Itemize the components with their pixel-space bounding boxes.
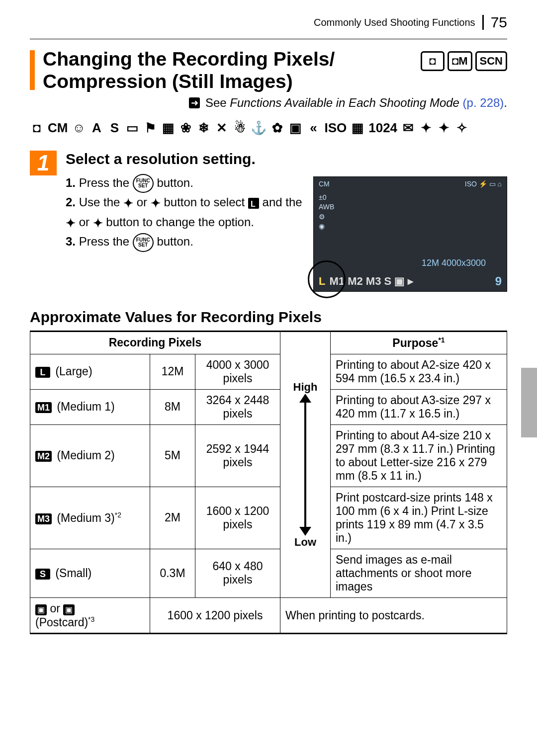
mode-icon: ❄ [197,121,211,136]
quality-high-label: High [285,381,325,394]
lcd-side-icons: ±0 AWB ⚙︎ ◉ [314,191,507,232]
lcd-size-selector: L M1 M2 M3 S ▣ ▸ 9 [314,271,507,291]
table-row: L (Large) 12M 4000 x 3000 pixels Printin… [30,354,507,389]
table-row: M3 (Medium 3)*2 2M 1600 x 1200 pixels Pr… [30,487,507,549]
step-text: Press the [79,176,133,189]
col-header-purpose: Purpose*1 [331,332,507,354]
lcd-shots-remaining: 9 [495,274,502,288]
step-text: button to change the option. [106,215,254,229]
size-name: (Medium 1) [57,400,114,413]
megapixels: 0.3M [150,549,195,597]
running-head: Commonly Used Shooting Functions 75 [30,15,507,30]
mode-badge-camera-m-icon: ◘M [448,51,472,71]
divider [30,39,507,39]
section-title: Changing the Recording Pixels/ Compressi… [43,48,413,93]
lcd-status-icons: ISO ⚡ ▭ ⌂ [465,180,502,188]
purpose-text: Printing to about A3-size 297 x 420 mm (… [331,389,507,424]
mode-badge-camera-icon: ◘ [421,51,445,71]
table-row-postcard: ▣ or ▣ (Postcard)*3 1600 x 1200 pixels W… [30,597,507,633]
step-instructions: 1. Press the FUNCSET button. 2. Use the … [66,173,304,252]
mode-icon: ✕ [215,121,229,136]
mode-icon: ✧ [455,121,469,136]
footnote-ref: *2 [115,511,121,519]
up-arrow-icon: ✦ [123,194,133,212]
size-name: (Medium 2) [57,449,114,462]
step-item-number: 1. [66,176,76,189]
mode-icon: ▦ [351,121,364,136]
lcd-size-selected: L [319,275,325,288]
col-header-recording-pixels: Recording Pixels [30,332,280,354]
step-text: button to select [164,195,248,209]
size-M3-icon: M3 [35,513,52,524]
size-name: (Large) [55,365,92,378]
mode-badges: ◘ ◘M SCN [421,51,507,71]
postcard-icon-b: ▣ [63,604,75,615]
mode-icon: ▭ [125,121,139,136]
step-text: and the [263,195,302,209]
size-M2-icon: M2 [35,451,52,462]
purpose-text: When printing to postcards. [280,597,507,633]
see-page-link[interactable]: (p. 228) [463,96,504,109]
right-arrow-icon: ✦ [93,214,103,232]
size-L-icon: L [35,367,50,378]
step-text: or [137,195,151,209]
step-item-number: 2. [66,195,76,209]
pixel-dimensions: 3264 x 2448 pixels [195,389,280,424]
mode-icon: « [306,121,320,136]
size-name: (Small) [55,567,91,580]
see-suffix: . [504,96,507,109]
see-arrow-icon: ➜ [189,97,200,108]
mode-icon: ISO [324,121,347,136]
step-text: button. [157,235,193,248]
arrow-up-icon [299,394,311,403]
pixel-dimensions: 1600 x 1200 pixels [150,597,280,633]
running-head-text: Commonly Used Shooting Functions [314,17,475,28]
mode-icon: A [90,121,103,136]
megapixels: 8M [150,389,195,424]
see-text: Functions Available in Each Shooting Mod… [230,96,459,109]
lcd-resolution-info: 12M 4000x3000 [422,258,486,268]
table-heading: Approximate Values for Recording Pixels [30,309,507,326]
lcd-mode-label: CM [319,180,330,188]
quality-low-label: Low [285,536,325,549]
size-S-icon: S [35,569,50,580]
pixel-dimensions: 640 x 480 pixels [195,549,280,597]
title-accent-bar [30,50,35,90]
pixel-dimensions: 1600 x 1200 pixels [195,487,280,549]
step-1-block: 1 Select a resolution setting. 1. Press … [30,151,507,292]
table-row: S (Small) 0.3M 640 x 480 pixels Send ima… [30,549,507,597]
step-item-number: 3. [66,235,76,248]
purpose-text: Print postcard-size prints 148 x 100 mm … [331,487,507,549]
table-row: M1 (Medium 1) 8M 3264 x 2448 pixels Prin… [30,389,507,424]
mode-badge-scn-icon: SCN [475,51,507,71]
table-row: M2 (Medium 2) 5M 2592 x 1944 pixels Prin… [30,424,507,487]
mode-icon: ✦ [437,121,451,136]
step-text: Press the [79,235,133,248]
size-name: (Medium 3) [57,511,114,524]
mode-icon: ✿ [270,121,284,136]
mode-icon: ✦ [419,121,433,136]
section-thumb-tab [521,368,537,437]
mode-icon: 1024 [368,121,397,136]
down-arrow-icon: ✦ [151,194,161,212]
mode-icon: CM [48,121,68,136]
mode-icon: ✉ [401,121,415,136]
arrow-down-icon [299,527,311,536]
mode-icon: ⚓ [251,121,267,136]
func-set-button-icon: FUNCSET [133,233,154,252]
purpose-text: Printing to about A4-size 210 x 297 mm (… [331,424,507,487]
postcard-icon-a: ▣ [35,604,47,615]
lcd-size-options: M1 M2 M3 S ▣ ▸ [329,275,413,288]
mode-icon: ⚑ [143,121,157,136]
step-title: Select a resolution setting. [66,151,507,168]
see-prefix: See [205,96,230,109]
page-number: 75 [482,15,507,30]
mode-icon: ▣ [288,121,302,136]
mode-icon: S [107,121,121,136]
megapixels: 2M [150,487,195,549]
left-arrow-icon: ✦ [66,214,76,232]
size-L-icon [248,198,259,209]
step-text: or [79,215,93,229]
section-title-row: Changing the Recording Pixels/ Compressi… [30,48,507,93]
mode-icon: ☺ [72,121,86,136]
